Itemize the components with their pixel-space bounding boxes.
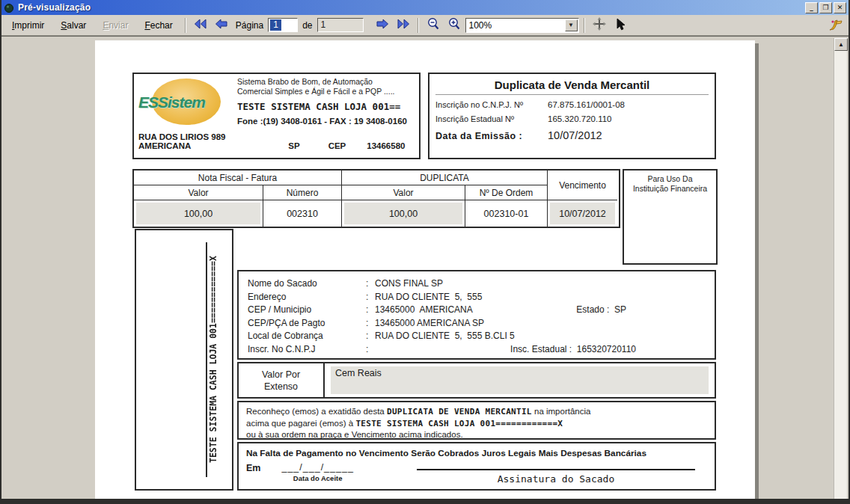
page-label: Página — [236, 20, 263, 31]
toolbar-separator — [185, 18, 186, 33]
restore-button[interactable]: ❐ — [819, 2, 832, 13]
of-label: de — [302, 20, 312, 31]
table-cell-numero: 002310 — [263, 200, 342, 227]
document-page: ESSistem Sistema Brabo de Bom, de Automa… — [95, 40, 755, 500]
cursor-arrow-icon — [615, 18, 626, 33]
logo-text: ESSistem — [138, 93, 234, 111]
table-cell-vencimento: 10/07/2012 — [548, 200, 617, 227]
field-label: Local de Cobrança — [248, 330, 366, 343]
zoom-out-button[interactable] — [424, 17, 443, 34]
title-bar[interactable]: Pré-visualização _ ❐ ✕ — [1, 0, 849, 15]
total-pages-field: 1 — [317, 18, 364, 32]
document-title: Duplicata de Venda Mercantil — [435, 77, 709, 95]
app-icon — [4, 2, 15, 13]
arrow-right-icon — [376, 19, 389, 31]
extenso-label-box: Valor Por Extenso — [237, 362, 325, 399]
table-header-nota-fiscal: Nota Fiscal - Fatura — [134, 170, 342, 185]
acceptance-box: Na Falta de Pagamento no Vencimento Serã… — [237, 442, 716, 491]
emission-date-label: Data da Emissão : — [435, 131, 548, 141]
field-value: 13465000 AMERICANA SP — [375, 317, 484, 331]
declaration-bold: DUPLICATA DE VENDA MERCANTIL — [387, 407, 532, 417]
pan-tool-button[interactable] — [590, 17, 609, 34]
table-cell-valor-nf: 100,00 — [134, 200, 263, 227]
print-button[interactable]: Imprimir — [4, 17, 52, 34]
table-header-vencimento: Vencimento — [548, 170, 617, 200]
issuer-vertical-text: TESTE SISTEMA CASH LOJA 001============X — [208, 230, 230, 489]
last-page-button[interactable] — [394, 17, 413, 34]
acceptance-date-label: Data do Aceite — [281, 474, 353, 482]
scroll-up-button[interactable]: ▲ — [834, 38, 848, 51]
double-arrow-left-icon — [194, 19, 207, 31]
acceptance-date-slots: ___/___/_____ — [281, 463, 353, 472]
company-name: TESTE SISTEMA CASH LOJA 001== — [237, 101, 415, 112]
prev-page-button[interactable] — [212, 17, 231, 34]
cep-label: CEP — [328, 141, 346, 150]
company-city: AMERICANA — [138, 141, 191, 150]
signature-line — [417, 463, 695, 470]
save-button[interactable]: Salvar — [53, 17, 94, 34]
company-header-box: ESSistem Sistema Brabo de Bom, de Automa… — [132, 73, 421, 159]
toolbar-separator — [418, 18, 419, 33]
table-cell-ordem: 002310-01 — [465, 200, 548, 227]
zoom-value: 100% — [466, 20, 565, 31]
magnifier-plus-icon — [447, 17, 462, 33]
field-value: RUA DO CLIENTE 5, 555 — [375, 291, 482, 304]
bank-use-box: Para Uso Da Instituição Financeira — [623, 169, 718, 265]
company-logo: ESSistem — [138, 77, 234, 131]
company-state: SP — [288, 141, 299, 150]
field-label: CEP/PÇA de Pagto — [248, 317, 366, 331]
next-page-button[interactable] — [373, 17, 392, 34]
toolbar: Imprimir Salvar Enviar Fechar Página 1 d… — [1, 15, 849, 36]
table-header-duplicata: DUPLICATA — [342, 170, 548, 185]
preview-area: ESSistem Sistema Brabo de Bom, de Automa… — [1, 36, 849, 504]
preview-window: Pré-visualização _ ❐ ✕ Imprimir Salvar E… — [0, 0, 850, 504]
field-value: CONS FINAL SP — [375, 277, 443, 291]
first-page-button[interactable] — [191, 17, 210, 34]
declaration-line: acima que pagarei (emos) à TESTE SISTEMA… — [246, 418, 707, 430]
cnpj-value: 67.875.161/0001-08 — [548, 100, 625, 109]
field-value: 13465000 AMERICANA — [375, 304, 473, 317]
em-label: Em — [246, 463, 260, 473]
sacado-row: Nome do Sacado:CONS FINAL SP — [248, 277, 707, 291]
move-cross-icon — [593, 17, 606, 33]
sacado-row: Endereço:RUA DO CLIENTE 5, 555 — [248, 291, 707, 304]
minimize-button[interactable]: _ — [805, 2, 818, 13]
state-registration-label: Inscrição Estadual Nº — [435, 114, 548, 123]
extenso-label: Valor Por — [262, 369, 300, 381]
field-label: Inscr. No C.N.P.J — [248, 343, 366, 357]
field-value: RUA DO CLIENTE 5, 555 B.CLI 5 — [375, 330, 515, 343]
declaration-box: Reconheço (emos) a exatidão desta DUPLIC… — [237, 401, 716, 440]
sacado-row: CEP / Municipio:13465000 AMERICANAEstado… — [248, 304, 707, 317]
duplicata-title-box: Duplicata de Venda Mercantil Inscrição n… — [428, 73, 716, 159]
double-arrow-right-icon — [397, 19, 410, 31]
send-button: Enviar — [95, 17, 135, 34]
vertical-scrollbar[interactable]: ▲ — [834, 38, 847, 499]
field-extra: Estado : SP — [576, 304, 626, 317]
stub-divider-line — [206, 242, 207, 477]
dropdown-arrow-icon[interactable]: ▼ — [565, 19, 578, 31]
signature-label: Assinatura do Sacado — [417, 473, 695, 485]
declaration-line: ou à sua ordem na praça e Vencimento aci… — [246, 429, 707, 440]
company-tagline: Sistema Brabo de Bom, de Automação — [237, 77, 415, 87]
cnpj-label: Inscrição no C.N.P.J. Nº — [435, 100, 548, 109]
zoom-select[interactable]: 100% ▼ — [465, 18, 579, 33]
pointer-tool-button[interactable] — [611, 17, 630, 34]
close-button[interactable]: ✕ — [834, 2, 846, 13]
state-registration-value: 165.320.720.110 — [548, 114, 611, 123]
company-tagline: Comercial Simples e Ágil e Fácil e a PQP… — [237, 87, 415, 96]
close-preview-button[interactable]: Fechar — [137, 17, 180, 34]
magnifier-minus-icon — [426, 17, 441, 33]
company-address: RUA DOS LIRIOS 989 — [138, 132, 415, 141]
toolbar-separator — [584, 18, 585, 33]
bank-use-label: Para Uso Da — [624, 174, 716, 184]
field-label: Endereço — [248, 291, 366, 304]
window-title: Pré-visualização — [18, 2, 805, 13]
issuer-stub-box: TESTE SISTEMA CASH LOJA 001============X — [135, 229, 233, 491]
field-extra: Insc. Estadual : 165320720110 — [510, 343, 636, 357]
zoom-in-button[interactable] — [444, 17, 464, 34]
page-number-input[interactable]: 1 — [268, 18, 298, 32]
table-cell-valor-dup: 100,00 — [342, 200, 465, 227]
field-label: Nome do Sacado — [248, 277, 366, 291]
window-bottom-edge — [1, 499, 849, 504]
column-header-ordem: Nº De Ordem — [465, 185, 548, 200]
